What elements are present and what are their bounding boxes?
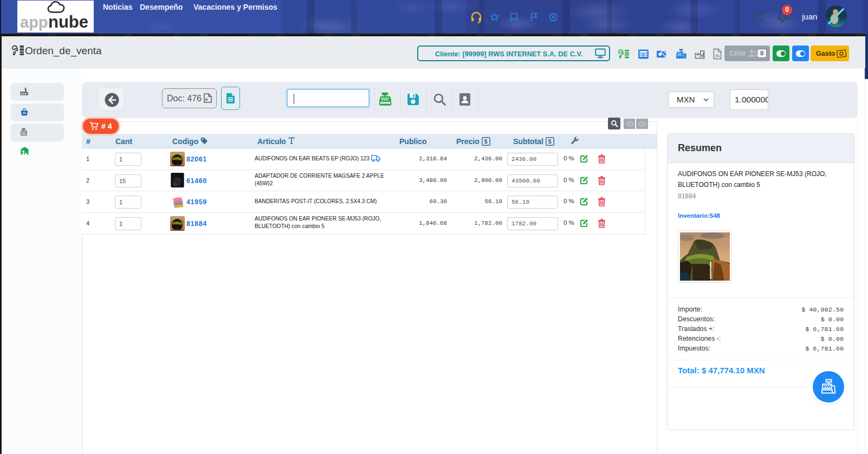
svg-text:nube: nube bbox=[48, 12, 88, 31]
svg-text:$: $ bbox=[484, 138, 488, 145]
svg-text:$: $ bbox=[548, 138, 552, 145]
svg-text:app: app bbox=[20, 14, 48, 31]
svg-text:A: A bbox=[205, 98, 208, 101]
